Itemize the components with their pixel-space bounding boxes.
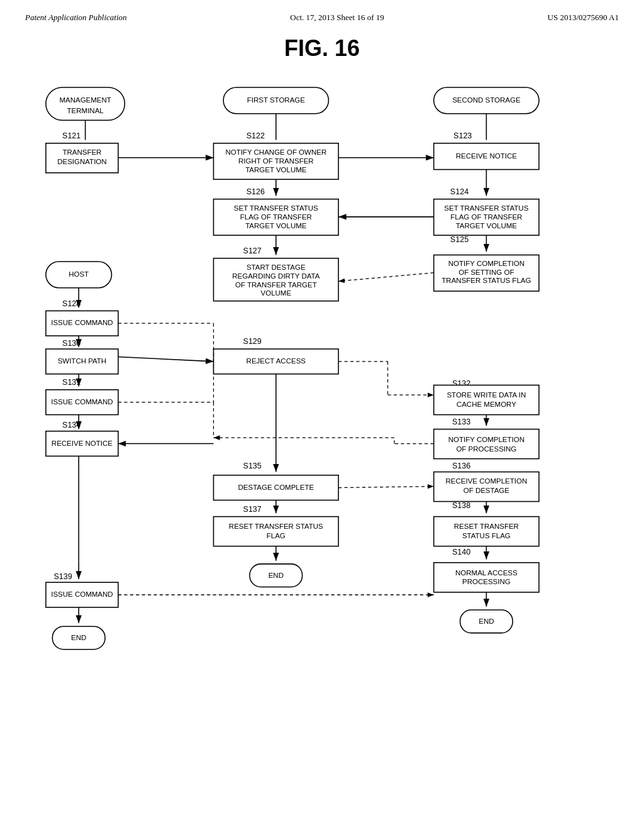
page-header: Patent Application Publication Oct. 17, …	[25, 13, 619, 29]
svg-text:S131: S131	[62, 379, 80, 387]
svg-text:CACHE MEMORY: CACHE MEMORY	[457, 401, 516, 408]
svg-text:OF PROCESSING: OF PROCESSING	[456, 445, 516, 453]
svg-text:TRANSFER: TRANSFER	[62, 148, 101, 156]
svg-text:FLAG OF TRANSFER: FLAG OF TRANSFER	[450, 213, 522, 221]
svg-text:DESIGNATION: DESIGNATION	[57, 158, 106, 165]
svg-rect-2	[46, 87, 125, 120]
svg-text:S129: S129	[243, 337, 262, 346]
svg-text:REGARDING DIRTY DATA: REGARDING DIRTY DATA	[232, 272, 319, 280]
svg-text:STATUS FLAG: STATUS FLAG	[462, 532, 511, 540]
svg-text:SET TRANSFER STATUS: SET TRANSFER STATUS	[444, 204, 528, 212]
svg-text:S134: S134	[62, 421, 80, 429]
svg-text:RECEIVE COMPLETION: RECEIVE COMPLETION	[446, 477, 528, 485]
svg-rect-82	[434, 429, 539, 459]
svg-text:TRANSFER STATUS FLAG: TRANSFER STATUS FLAG	[441, 277, 531, 284]
svg-text:NOTIFY CHANGE OF OWNER: NOTIFY CHANGE OF OWNER	[225, 148, 326, 156]
svg-text:OF DESTAGE: OF DESTAGE	[464, 487, 510, 494]
svg-text:ISSUE COMMAND: ISSUE COMMAND	[51, 590, 113, 598]
svg-text:S128: S128	[62, 299, 80, 308]
svg-text:FIRST STORAGE: FIRST STORAGE	[247, 96, 306, 104]
svg-text:START DESTAGE: START DESTAGE	[247, 263, 306, 271]
page: Patent Application Publication Oct. 17, …	[0, 0, 644, 830]
svg-text:S126: S126	[247, 187, 265, 196]
svg-text:NOTIFY COMPLETION: NOTIFY COMPLETION	[448, 260, 525, 267]
svg-text:SECOND STORAGE: SECOND STORAGE	[452, 96, 521, 104]
svg-text:OF TRANSFER TARGET: OF TRANSFER TARGET	[235, 281, 317, 289]
svg-line-65	[118, 357, 214, 362]
svg-text:END: END	[71, 634, 86, 641]
svg-text:TERMINAL: TERMINAL	[67, 107, 104, 114]
svg-text:MANAGEMENT: MANAGEMENT	[59, 96, 111, 104]
header-center: Oct. 17, 2013 Sheet 16 of 19	[290, 13, 384, 23]
svg-line-101	[338, 487, 434, 488]
svg-text:S138: S138	[452, 501, 470, 510]
svg-text:REJECT ACCESS: REJECT ACCESS	[247, 357, 306, 365]
svg-text:HOST: HOST	[69, 270, 89, 278]
svg-text:S123: S123	[453, 131, 472, 140]
svg-text:RECEIVE NOTICE: RECEIVE NOTICE	[52, 440, 113, 447]
svg-text:RESET TRANSFER: RESET TRANSFER	[454, 523, 519, 530]
svg-text:VOLUME: VOLUME	[261, 289, 292, 297]
svg-text:S139: S139	[53, 572, 72, 581]
svg-text:SET TRANSFER STATUS: SET TRANSFER STATUS	[234, 204, 318, 212]
svg-text:DESTAGE COMPLETE: DESTAGE COMPLETE	[238, 484, 314, 491]
svg-text:RIGHT OF TRANSFER: RIGHT OF TRANSFER	[238, 157, 314, 165]
svg-text:S133: S133	[452, 418, 470, 426]
svg-text:S137: S137	[243, 505, 262, 514]
svg-text:OF SETTING OF: OF SETTING OF	[458, 268, 514, 276]
svg-text:S127: S127	[243, 246, 262, 255]
svg-text:S121: S121	[62, 131, 80, 140]
svg-text:TARGET VOLUME: TARGET VOLUME	[456, 222, 518, 230]
svg-text:TARGET VOLUME: TARGET VOLUME	[245, 222, 307, 230]
svg-text:NOTIFY COMPLETION: NOTIFY COMPLETION	[448, 436, 525, 443]
svg-text:ISSUE COMMAND: ISSUE COMMAND	[51, 319, 113, 326]
svg-text:STORE WRITE DATA IN: STORE WRITE DATA IN	[447, 391, 526, 399]
diagram-container: MANAGEMENT TERMINAL FIRST STORAGE SECOND…	[25, 74, 619, 797]
svg-text:END: END	[479, 617, 494, 625]
svg-line-52	[338, 273, 434, 282]
svg-text:TARGET VOLUME: TARGET VOLUME	[245, 166, 307, 174]
svg-text:PROCESSING: PROCESSING	[462, 578, 511, 585]
header-left: Patent Application Publication	[25, 13, 127, 23]
figure-title: FIG. 16	[25, 35, 619, 62]
svg-text:SWITCH PATH: SWITCH PATH	[58, 357, 107, 365]
svg-text:S125: S125	[450, 235, 469, 244]
svg-text:S136: S136	[452, 462, 470, 470]
svg-text:ISSUE COMMAND: ISSUE COMMAND	[51, 398, 113, 406]
svg-text:S124: S124	[450, 187, 469, 196]
svg-text:RECEIVE NOTICE: RECEIVE NOTICE	[456, 152, 517, 160]
svg-text:S130: S130	[62, 339, 80, 348]
svg-text:FLAG: FLAG	[267, 532, 286, 540]
svg-text:FLAG OF TRANSFER: FLAG OF TRANSFER	[240, 213, 312, 221]
svg-text:S135: S135	[243, 462, 262, 470]
svg-text:S122: S122	[247, 131, 265, 140]
svg-text:NORMAL ACCESS: NORMAL ACCESS	[455, 569, 518, 577]
svg-text:S140: S140	[452, 548, 470, 556]
svg-text:END: END	[269, 572, 284, 579]
svg-text:RESET TRANSFER STATUS: RESET TRANSFER STATUS	[229, 523, 323, 530]
header-right: US 2013/0275690 A1	[548, 13, 619, 23]
